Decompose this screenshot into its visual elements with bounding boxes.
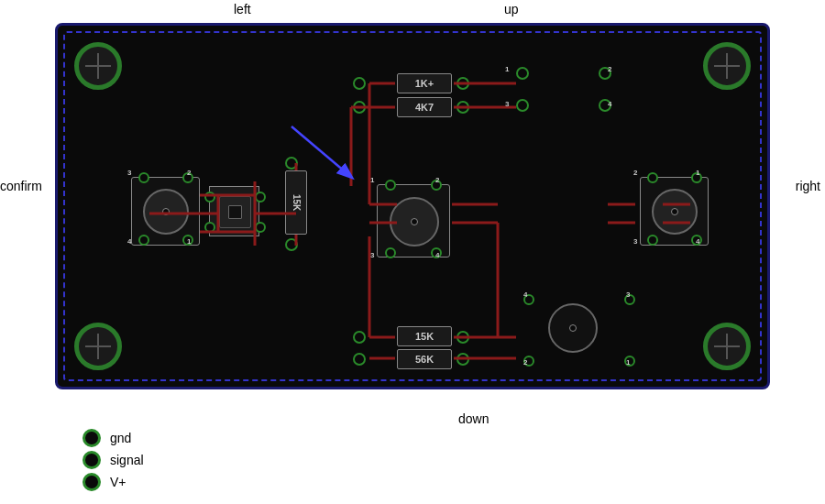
pcb-container: left up right confirm down (55, 9, 770, 403)
legend-gnd: gnd (82, 429, 144, 447)
label-left: left (234, 2, 251, 16)
label-confirm: confirm (0, 179, 42, 193)
legend: gnd signal V+ (82, 429, 144, 495)
svg-line-29 (292, 126, 351, 177)
pcb-board: 1 2 3 4 1K+ 4K7 15K 3 2 4 1 (55, 23, 770, 389)
legend-vplus-label: V+ (110, 475, 126, 489)
legend-gnd-symbol (82, 429, 101, 447)
legend-vplus-symbol (82, 473, 101, 491)
legend-signal-label: signal (110, 453, 144, 467)
legend-signal: signal (82, 451, 144, 469)
legend-vplus: V+ (82, 473, 144, 491)
legend-gnd-label: gnd (110, 431, 131, 445)
label-right: right (796, 179, 820, 193)
legend-signal-symbol (82, 451, 101, 469)
label-up: up (504, 2, 519, 16)
traces-svg (58, 26, 770, 389)
label-down: down (458, 411, 489, 426)
